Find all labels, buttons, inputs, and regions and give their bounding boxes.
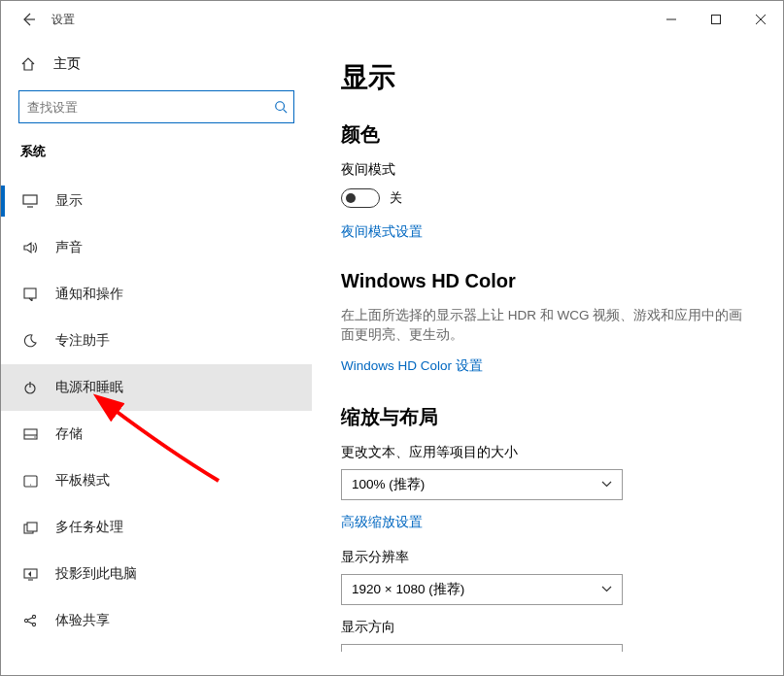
- dropdown-value: 100% (推荐): [352, 476, 425, 493]
- sidebar-item-label: 多任务处理: [55, 519, 123, 536]
- maximize-button[interactable]: [694, 4, 738, 35]
- svg-line-5: [284, 110, 288, 114]
- monitor-icon: [20, 194, 40, 208]
- sidebar-item-label: 声音: [55, 239, 83, 256]
- sidebar-item-tablet[interactable]: 平板模式: [1, 457, 312, 504]
- speaker-icon: [20, 241, 40, 254]
- svg-point-13: [34, 436, 35, 437]
- sidebar-item-label: 平板模式: [55, 472, 110, 490]
- sidebar-item-label: 存储: [55, 425, 83, 443]
- svg-line-23: [27, 618, 32, 621]
- section-heading: 缩放与布局: [341, 404, 754, 430]
- night-mode-toggle[interactable]: [341, 188, 380, 208]
- search-box[interactable]: [18, 90, 294, 123]
- orientation-label: 显示方向: [341, 619, 754, 636]
- category-heading: 系统: [1, 137, 312, 172]
- home-link[interactable]: 主页: [1, 38, 312, 83]
- multitask-icon: [20, 522, 40, 534]
- power-icon: [20, 381, 40, 394]
- share-icon: [20, 614, 40, 627]
- section-heading: Windows HD Color: [341, 270, 754, 292]
- sidebar-item-label: 体验共享: [55, 612, 110, 629]
- advanced-scale-link[interactable]: 高级缩放设置: [341, 514, 754, 531]
- svg-rect-8: [24, 288, 36, 298]
- sidebar-item-project[interactable]: 投影到此电脑: [1, 551, 312, 597]
- moon-icon: [20, 334, 40, 348]
- content-pane: 显示 颜色 夜间模式 关 夜间模式设置 Windows HD Color 在上面…: [312, 38, 783, 675]
- sidebar-item-sound[interactable]: 声音: [1, 224, 312, 271]
- hd-color-settings-link[interactable]: Windows HD Color 设置: [341, 357, 483, 375]
- svg-rect-17: [27, 523, 37, 531]
- orientation-dropdown[interactable]: [341, 644, 623, 652]
- dropdown-value: 1920 × 1080 (推荐): [352, 581, 464, 598]
- sidebar-item-label: 电源和睡眠: [55, 379, 123, 396]
- sidebar-item-shared[interactable]: 体验共享: [1, 597, 312, 644]
- sidebar-item-notifications[interactable]: 通知和操作: [1, 271, 312, 318]
- color-section: 颜色 夜间模式 关 夜间模式设置: [341, 121, 754, 241]
- arrow-left-icon: [20, 12, 36, 27]
- resolution-label: 显示分辨率: [341, 549, 754, 566]
- notification-icon: [20, 287, 40, 301]
- storage-icon: [20, 428, 40, 440]
- page-title: 显示: [341, 59, 754, 96]
- chevron-down-icon: [601, 479, 612, 490]
- nav-list: 显示 声音 通知和操作 专注助手 电源和睡眠: [1, 178, 312, 644]
- sidebar-item-focus[interactable]: 专注助手: [1, 318, 312, 364]
- svg-rect-6: [23, 195, 37, 204]
- sidebar-item-storage[interactable]: 存储: [1, 411, 312, 457]
- home-label: 主页: [53, 55, 81, 73]
- resolution-dropdown[interactable]: 1920 × 1080 (推荐): [341, 574, 623, 605]
- svg-point-4: [276, 102, 285, 111]
- project-icon: [20, 568, 40, 581]
- sidebar-item-multitask[interactable]: 多任务处理: [1, 504, 312, 551]
- search-input[interactable]: [27, 100, 274, 115]
- search-icon: [274, 100, 288, 114]
- text-size-dropdown[interactable]: 100% (推荐): [341, 469, 623, 500]
- title-bar: 设置: [1, 1, 783, 38]
- window-title: 设置: [51, 12, 75, 28]
- night-mode-state: 关: [390, 189, 402, 207]
- text-size-label: 更改文本、应用等项目的大小: [341, 444, 754, 461]
- hd-color-section: Windows HD Color 在上面所选择的显示器上让 HDR 和 WCG …: [341, 270, 754, 375]
- sidebar-item-power[interactable]: 电源和睡眠: [1, 364, 312, 411]
- sidebar-item-label: 专注助手: [55, 332, 110, 350]
- tablet-icon: [20, 475, 40, 488]
- svg-rect-1: [712, 16, 721, 24]
- minimize-button[interactable]: [649, 4, 694, 35]
- sidebar-item-label: 通知和操作: [55, 286, 123, 303]
- svg-line-24: [27, 622, 32, 625]
- sidebar-item-label: 投影到此电脑: [55, 565, 137, 583]
- toggle-knob: [346, 193, 356, 203]
- night-mode-settings-link[interactable]: 夜间模式设置: [341, 223, 423, 241]
- back-button[interactable]: [9, 12, 48, 27]
- sidebar-item-display[interactable]: 显示: [1, 178, 312, 224]
- sidebar: 主页 系统 显示 声音: [1, 38, 312, 675]
- section-heading: 颜色: [341, 121, 754, 148]
- svg-point-15: [29, 484, 30, 485]
- night-mode-label: 夜间模式: [341, 161, 754, 179]
- chevron-down-icon: [601, 584, 612, 594]
- hd-description: 在上面所选择的显示器上让 HDR 和 WCG 视频、游戏和应用中的画面更明亮、更…: [341, 306, 754, 346]
- sidebar-item-label: 显示: [55, 192, 83, 210]
- home-icon: [20, 56, 40, 72]
- close-button[interactable]: [738, 4, 783, 35]
- scale-layout-section: 缩放与布局 更改文本、应用等项目的大小 100% (推荐) 高级缩放设置 显示分…: [341, 404, 754, 652]
